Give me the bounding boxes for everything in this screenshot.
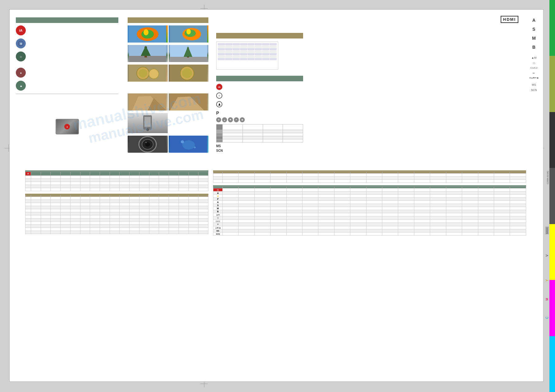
side-text-c: C xyxy=(545,317,549,319)
th-ia-left: iA xyxy=(25,172,31,176)
person-icon-row: ♟ xyxy=(216,101,521,107)
mode-scene3: ★ xyxy=(16,68,118,78)
svg-rect-21 xyxy=(170,57,207,62)
table-row xyxy=(25,200,208,203)
mode-ms: MS xyxy=(532,82,536,87)
th-11 xyxy=(130,172,139,176)
bottom-section: iA xyxy=(25,170,526,381)
row-label-pencil: ✏ xyxy=(213,223,223,226)
photo-grid-rocks xyxy=(128,93,208,110)
row-label-flash: ⚡ xyxy=(213,195,223,198)
table-row xyxy=(25,206,208,209)
right-icon-row: iA xyxy=(216,84,521,90)
th-3 xyxy=(51,172,61,176)
mode-S: S xyxy=(532,25,535,34)
th-2 xyxy=(41,172,51,176)
th-7 xyxy=(90,172,100,176)
svg-text:☺: ☺ xyxy=(19,55,22,58)
svg-point-38 xyxy=(146,128,149,131)
table-row xyxy=(25,179,208,182)
th-17 xyxy=(189,172,198,176)
p-mode-label: P xyxy=(216,110,521,115)
si-4: ✦ xyxy=(234,117,239,122)
si-3: ✱ xyxy=(228,117,233,122)
th-9 xyxy=(110,172,120,176)
svg-point-30 xyxy=(182,68,192,78)
side-text-3: V xyxy=(545,255,549,257)
table-row-c1c2: C1/C2 xyxy=(213,220,526,223)
si-2: ▲ xyxy=(222,117,227,122)
photo-underwater xyxy=(169,136,209,153)
th-5 xyxy=(70,172,80,176)
side-text-m: M xyxy=(545,298,549,300)
th-10 xyxy=(120,172,130,176)
row-label-diamond: ◇ xyxy=(213,216,223,220)
mode-scene4: ◆ xyxy=(16,81,118,91)
right-green-header xyxy=(216,76,303,81)
table-row-b: B xyxy=(213,210,526,213)
side-text-y: Y xyxy=(545,279,549,282)
photo-parrot-1 xyxy=(128,25,168,43)
mode-M: M xyxy=(532,34,536,43)
photo-coin-1 xyxy=(128,65,168,82)
row-label-p: P xyxy=(213,198,223,201)
svg-point-48 xyxy=(218,125,221,128)
left-top-table: iA xyxy=(25,172,208,191)
mode-B: B xyxy=(532,43,535,52)
table-row xyxy=(25,182,208,185)
table-row-am: ▲M xyxy=(213,213,526,216)
mode-scene2: ☺ xyxy=(16,52,118,61)
right-tan-header xyxy=(216,33,303,38)
svg-rect-37 xyxy=(144,117,151,127)
table-row xyxy=(25,222,208,225)
row-label-s: S xyxy=(213,204,223,207)
table-row-p: P xyxy=(213,198,526,201)
svg-point-11 xyxy=(143,29,148,35)
side-text-1: C2094-01VA1 xyxy=(547,171,549,184)
si-5: ◉ xyxy=(240,117,245,122)
th-12 xyxy=(139,172,149,176)
right-bottom-table: iA ◉ ⚡ P xyxy=(213,187,526,236)
th-4 xyxy=(61,172,71,176)
camera-image: ● xyxy=(56,119,79,134)
left-bottom-table-section xyxy=(25,194,208,234)
table-row xyxy=(213,173,526,177)
color-bar-black xyxy=(549,112,555,168)
mode-c1c2: C1/C2 xyxy=(530,66,538,70)
th-16 xyxy=(179,172,189,176)
table-row xyxy=(25,209,208,212)
svg-text:★: ★ xyxy=(20,72,22,74)
photo-rock-2 xyxy=(169,93,209,110)
person-icon: ♟ xyxy=(216,101,222,107)
table-row xyxy=(25,219,208,222)
table-row-ms: MS xyxy=(213,229,526,232)
left-tables: iA xyxy=(25,170,208,381)
left-column: iA ⚙ ☺ ★ ◆ xyxy=(10,10,125,183)
table-row xyxy=(25,203,208,206)
table-row-flash: ⚡ xyxy=(213,195,526,198)
mode-sidebar: A S M B ▲M ◇ C1/C2 ✏ ⊕▲✱✦◉ MS SCN xyxy=(526,16,542,92)
ms-label: MS xyxy=(216,144,521,148)
right-top-table-section xyxy=(213,170,526,183)
photo-coin-2 xyxy=(169,65,209,82)
photo-flash xyxy=(128,113,168,133)
th-15 xyxy=(169,172,179,176)
camera-icon-row: ○ xyxy=(216,92,521,99)
color-bar-magenta xyxy=(549,280,555,336)
photo-tree-1 xyxy=(128,45,168,62)
photo-lens xyxy=(128,136,168,153)
mini-table-right xyxy=(216,124,303,142)
table-row xyxy=(25,215,208,219)
hdmi-logo: HDMI xyxy=(501,16,518,23)
th-13 xyxy=(149,172,159,176)
mode-scene1: ⚙ xyxy=(16,38,118,48)
row-label-a: A xyxy=(213,201,223,204)
table-row xyxy=(25,188,208,191)
svg-point-45 xyxy=(182,140,195,150)
left-green-header xyxy=(16,17,118,23)
camera-icon: ○ xyxy=(216,92,222,99)
mode-aM: ▲M xyxy=(531,55,536,60)
svg-point-15 xyxy=(186,29,191,34)
si-1: ⊕ xyxy=(216,117,221,122)
th-14 xyxy=(159,172,169,176)
